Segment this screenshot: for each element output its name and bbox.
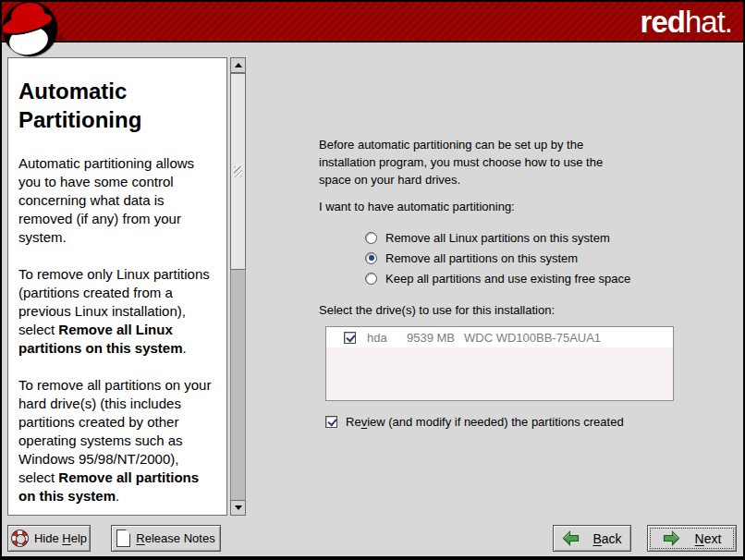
installer-window: redhat. ® Automatic Partitioning Automat… [0, 0, 745, 560]
review-label: Review (and modify if needed) the partit… [346, 415, 624, 429]
release-notes-mnemonic: R [136, 531, 144, 545]
next-mnemonic: N [695, 531, 704, 546]
radio-label: Remove all Linux partitions on this syst… [385, 231, 610, 245]
review-label-rest: iew (and modify if needed) the partition… [367, 415, 624, 429]
help-panel: Automatic Partitioning Automatic partiti… [7, 57, 227, 516]
next-arrow-icon [663, 530, 680, 546]
review-checkbox[interactable] [325, 416, 337, 428]
radio-label: Remove all partitions on this system [385, 251, 578, 265]
radio-label: Keep all partitions and use existing fre… [385, 272, 630, 286]
review-option[interactable]: Review (and modify if needed) the partit… [325, 415, 624, 429]
drive-device: hda [367, 331, 407, 345]
next-button[interactable]: Next [647, 525, 737, 552]
help-p3-end: . [116, 488, 119, 504]
back-mnemonic: B [592, 531, 601, 546]
redhat-wordmark: redhat. [641, 4, 732, 41]
radio-button[interactable] [365, 232, 377, 244]
drive-row-hda[interactable]: hda 9539 MB WDC WD100BB-75AUA1 [326, 327, 673, 347]
help-p2-end: . [183, 340, 187, 356]
header-bar: redhat. [2, 2, 743, 43]
radio-button[interactable] [365, 273, 377, 285]
trademark-symbol: ® [58, 35, 63, 42]
hide-help-rest: elp [71, 531, 87, 545]
help-scrollbar[interactable] [230, 57, 246, 516]
radio-button[interactable] [365, 252, 377, 264]
hide-help-pre: Hide [34, 531, 62, 545]
drive-size: 9539 MB [407, 331, 464, 345]
help-paragraph-1: Automatic partitioning allows you to hav… [18, 154, 216, 247]
scroll-up-button[interactable] [230, 57, 246, 73]
release-notes-label: Release Notes [136, 531, 214, 545]
help-title: Automatic Partitioning [18, 77, 216, 134]
hide-help-button[interactable]: Hide Help [7, 525, 91, 552]
drive-checkbox[interactable] [344, 332, 356, 344]
drive-list: hda 9539 MB WDC WD100BB-75AUA1 [325, 326, 674, 401]
help-paragraph-2: To remove only Linux partitions (partiti… [18, 265, 216, 358]
release-notes-rest: elease Notes [145, 531, 215, 545]
radio-remove-all[interactable]: Remove all partitions on this system [365, 248, 630, 268]
partitioning-prompt: I want to have automatic partitioning: [319, 200, 515, 213]
radio-remove-linux[interactable]: Remove all Linux partitions on this syst… [365, 227, 630, 248]
intro-text: Before automatic partitioning can be set… [319, 136, 620, 189]
wordmark-red: red [641, 5, 685, 39]
back-rest: ack [602, 531, 622, 546]
document-icon [116, 530, 130, 547]
arrow-down-icon [235, 505, 242, 510]
back-label: Back [592, 531, 621, 546]
review-label-pre: Re [346, 415, 361, 429]
next-label: Next [695, 531, 722, 546]
next-rest: ext [704, 531, 722, 546]
hide-help-label: Hide Help [34, 531, 87, 545]
back-button[interactable]: Back [553, 525, 631, 552]
help-paragraph-3: To remove all partitions on your hard dr… [18, 376, 216, 505]
scrollbar-thumb[interactable] [230, 73, 246, 270]
release-notes-button[interactable]: Release Notes [111, 525, 221, 552]
back-arrow-icon [562, 530, 580, 546]
shadowman-logo-icon [3, 2, 57, 56]
wordmark-hat: hat. [685, 5, 732, 39]
arrow-up-icon [235, 63, 242, 67]
drive-select-prompt: Select the drive(s) to use for this inst… [319, 303, 555, 317]
partitioning-radio-group: Remove all Linux partitions on this syst… [365, 227, 630, 288]
help-lifering-icon [11, 530, 29, 547]
hide-help-mnemonic: H [62, 531, 70, 545]
radio-keep-all[interactable]: Keep all partitions and use existing fre… [365, 268, 630, 288]
scrollbar-grip-icon [234, 166, 242, 177]
scroll-down-button[interactable] [230, 500, 246, 516]
drive-model: WDC WD100BB-75AUA1 [464, 331, 601, 345]
